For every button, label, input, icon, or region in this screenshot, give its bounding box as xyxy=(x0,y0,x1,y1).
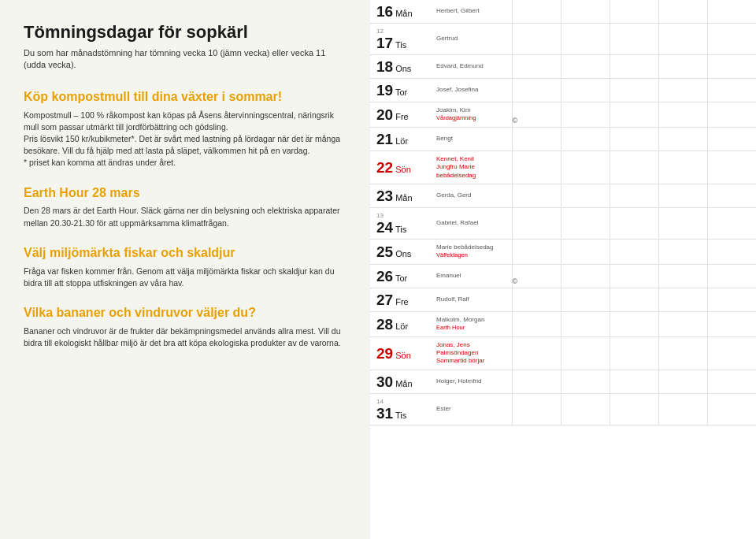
names-cell: Malkolm, MorganEarth Hour xyxy=(433,311,512,336)
empty-col-1 xyxy=(561,370,610,393)
empty-col-2 xyxy=(610,393,658,425)
dot-cell xyxy=(512,370,561,393)
day-number: 30 xyxy=(376,374,393,390)
day-number: 24 xyxy=(376,219,393,236)
day-name: Tis xyxy=(393,411,406,420)
dot-cell xyxy=(512,336,561,370)
names-cell: Herbert, Gilbert xyxy=(433,0,512,24)
day-name: Fre xyxy=(393,112,409,121)
empty-col-2 xyxy=(610,79,658,102)
empty-col-2 xyxy=(610,0,658,24)
empty-col-3 xyxy=(658,336,707,370)
day-name: Fre xyxy=(393,297,409,307)
empty-col-4 xyxy=(707,151,756,184)
main-title: Tömningsdagar för sopkärl xyxy=(24,22,346,43)
day-cell: 19 Tor xyxy=(370,79,433,102)
empty-col-2 xyxy=(610,102,658,128)
empty-col-3 xyxy=(658,0,707,24)
empty-col-3 xyxy=(658,264,707,288)
calendar-row: 18 OnsEdvard, Edmund xyxy=(370,55,756,79)
day-cell: 1431 Tis xyxy=(370,393,433,425)
empty-col-2 xyxy=(610,184,658,207)
empty-col-1 xyxy=(561,311,610,336)
calendar-row: 23 MånGerda, Gerd xyxy=(370,184,756,207)
day-cell: 20 Fre xyxy=(370,102,433,128)
empty-col-3 xyxy=(658,184,707,207)
day-cell: 30 Mån xyxy=(370,370,433,393)
day-number: 28 xyxy=(376,316,393,333)
calendar-row: 29 SönJonas, JensPalmsöndagenSommartid b… xyxy=(370,336,756,370)
day-number: 19 xyxy=(376,82,393,99)
day-name: Sön xyxy=(393,351,411,360)
day-number: 25 xyxy=(376,243,393,260)
day-cell: 26 Tor xyxy=(370,264,433,288)
day-cell: 27 Fre xyxy=(370,288,433,311)
week-number: 12 xyxy=(376,28,428,35)
empty-col-1 xyxy=(561,393,610,425)
empty-col-4 xyxy=(707,79,756,102)
empty-col-4 xyxy=(707,184,756,207)
day-name: Mån xyxy=(393,379,412,388)
day-number: 26 xyxy=(376,268,393,284)
names-cell: Gabriel, Rafael xyxy=(433,207,512,239)
day-cell: 16 Mån xyxy=(370,0,433,24)
empty-col-3 xyxy=(658,311,707,336)
day-cell: 25 Ons xyxy=(370,239,433,264)
calendar-row: 25 OnsMarie bebådelsedagVäffeldagen xyxy=(370,239,756,264)
empty-col-4 xyxy=(707,55,756,79)
names-cell: Emanuel xyxy=(433,264,512,288)
empty-col-1 xyxy=(561,24,610,55)
empty-col-3 xyxy=(658,24,707,55)
empty-col-2 xyxy=(610,239,658,264)
day-cell: 29 Sön xyxy=(370,336,433,370)
dot-cell xyxy=(512,239,561,264)
day-cell: 1324 Tis xyxy=(370,207,433,239)
dot-cell xyxy=(512,24,561,55)
names-cell: Bengt xyxy=(433,127,512,151)
empty-col-4 xyxy=(707,24,756,55)
dot-cell xyxy=(512,55,561,79)
right-panel: 16 MånHerbert, Gilbert1217 TisGertrud18 … xyxy=(370,0,756,539)
day-cell: 18 Ons xyxy=(370,55,433,79)
names-cell: Joakim, KimVårdagjämning xyxy=(433,102,512,128)
week-number: 13 xyxy=(376,212,428,219)
empty-col-4 xyxy=(707,0,756,24)
empty-col-2 xyxy=(610,127,658,151)
day-name: Sön xyxy=(393,165,411,174)
section-bananas: Vilka bananer och vindruvor väljer du?Ba… xyxy=(24,305,346,349)
empty-col-1 xyxy=(561,102,610,128)
day-cell: 28 Lör xyxy=(370,311,433,336)
calendar-row: 30 MånHolger, Holmfrid xyxy=(370,370,756,393)
empty-col-3 xyxy=(658,393,707,425)
empty-col-1 xyxy=(561,127,610,151)
day-name: Ons xyxy=(393,64,411,73)
empty-col-2 xyxy=(610,55,658,79)
day-name: Tor xyxy=(393,87,407,97)
names-cell: Marie bebådelsedagVäffeldagen xyxy=(433,239,512,264)
empty-col-4 xyxy=(707,102,756,128)
dot-cell: © xyxy=(512,102,561,128)
day-name: Ons xyxy=(393,249,411,258)
day-number: 22 xyxy=(376,159,393,176)
empty-col-3 xyxy=(658,288,707,311)
empty-col-1 xyxy=(561,336,610,370)
day-number: 27 xyxy=(376,292,393,308)
dot-cell xyxy=(512,393,561,425)
calendar-row: 19 TorJosef, Josefina xyxy=(370,79,756,102)
calendar-row: 1431 TisEster xyxy=(370,393,756,425)
empty-col-4 xyxy=(707,370,756,393)
day-number: 29 xyxy=(376,345,393,362)
day-number: 17 xyxy=(376,35,393,51)
names-cell: Gerda, Gerd xyxy=(433,184,512,207)
names-cell: Josef, Josefina xyxy=(433,79,512,102)
empty-col-3 xyxy=(658,239,707,264)
empty-col-3 xyxy=(658,102,707,128)
dot-cell xyxy=(512,151,561,184)
empty-col-4 xyxy=(707,311,756,336)
empty-col-1 xyxy=(561,288,610,311)
calendar-row: 27 FreRudolf, Ralf xyxy=(370,288,756,311)
day-cell: 22 Sön xyxy=(370,151,433,184)
empty-col-3 xyxy=(658,370,707,393)
section-fish: Välj miljömärkta fiskar och skaldjurFråg… xyxy=(24,245,346,289)
empty-col-2 xyxy=(610,370,658,393)
